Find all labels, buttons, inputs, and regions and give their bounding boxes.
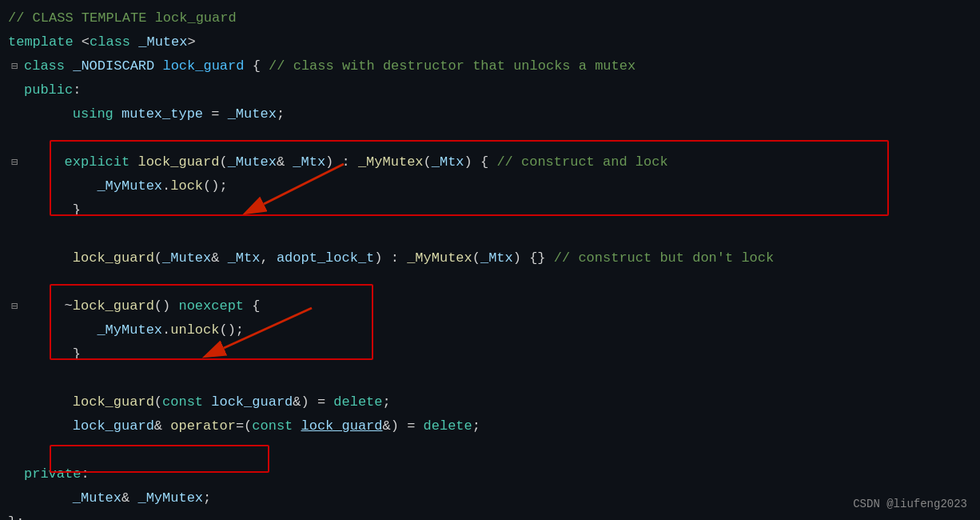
- code-line-11: lock_guard ( _Mutex & _Mtx , adopt_lock_…: [0, 246, 980, 270]
- code-line-14: _MyMutex . unlock ();: [0, 318, 980, 342]
- code-text: [40, 246, 73, 270]
- nodiscard: _NODISCARD: [73, 54, 154, 78]
- code-text: [40, 486, 73, 510]
- mymutex-unlock: _MyMutex: [97, 318, 162, 342]
- code-text: [129, 150, 137, 174]
- param-mtx3: _Mtx: [228, 246, 261, 270]
- param-mtx: _Mtx: [293, 150, 325, 174]
- mymutex-lock: _MyMutex: [97, 174, 162, 198]
- func-lockguard2: lock_guard: [73, 246, 154, 270]
- keyword-delete2: delete: [424, 414, 472, 438]
- code-text: (: [424, 150, 432, 174]
- code-line-4: public :: [0, 78, 980, 102]
- code-text: [40, 390, 73, 414]
- code-text: ();: [203, 174, 228, 198]
- fold-icon-7[interactable]: ⊟: [8, 150, 21, 174]
- code-text: [40, 174, 97, 198]
- code-line-3: ⊟ class _NODISCARD lock_guard { // class…: [0, 54, 980, 78]
- code-text: &: [154, 414, 170, 438]
- code-line-1: // CLASS TEMPLATE lock_guard: [0, 6, 980, 30]
- comment-11: // construct but don't lock: [554, 246, 774, 270]
- code-text: }: [40, 198, 81, 222]
- code-line-10: [0, 222, 980, 246]
- code-text: [154, 54, 162, 78]
- keyword-class: class: [90, 30, 130, 54]
- code-text: &) =: [293, 390, 333, 414]
- member-mymutex: _MyMutex: [137, 486, 203, 510]
- func-unlock: unlock: [170, 318, 219, 342]
- code-text: [293, 414, 301, 438]
- code-text: {: [244, 54, 269, 78]
- type-lockguard: lock_guard: [211, 390, 293, 414]
- code-text: ) :: [325, 150, 358, 174]
- code-text: [40, 150, 65, 174]
- keyword-private: private: [24, 462, 81, 486]
- classname: lock_guard: [162, 54, 244, 78]
- code-text: [130, 30, 138, 54]
- fold-icon-3[interactable]: ⊟: [8, 54, 21, 78]
- code-text: ) {: [464, 150, 497, 174]
- keyword-delete: delete: [333, 390, 382, 414]
- fold-icon-13[interactable]: ⊟: [8, 294, 21, 318]
- code-text: .: [162, 318, 170, 342]
- keyword-const: const: [162, 390, 203, 414]
- keyword-explicit: explicit: [65, 150, 130, 174]
- init-mymutex2: _MyMutex: [407, 246, 472, 270]
- comment-1: // CLASS TEMPLATE lock_guard: [8, 6, 237, 30]
- code-line-6: [0, 126, 980, 150]
- type-mutex: _Mutex: [138, 30, 187, 54]
- code-line-16: [0, 366, 980, 390]
- type-mutex2: _Mutex: [228, 102, 277, 126]
- code-line-9: }: [0, 198, 980, 222]
- code-text: &: [211, 246, 227, 270]
- watermark: CSDN @liufeng2023: [853, 498, 967, 510]
- code-line-19: [0, 438, 980, 462]
- code-text: (: [154, 246, 162, 270]
- adopt-lock: adopt_lock_t: [277, 246, 374, 270]
- code-text: [114, 102, 122, 126]
- code-text: [65, 54, 73, 78]
- code-text: .: [162, 174, 170, 198]
- code-text: [40, 414, 73, 438]
- code-text: };: [8, 510, 24, 520]
- code-tilde: ~: [65, 294, 73, 318]
- code-text: [40, 294, 65, 318]
- code-text: :: [73, 78, 81, 102]
- type-lockguard3: lock_guard: [301, 414, 383, 438]
- code-area: // CLASS TEMPLATE lock_guard template < …: [0, 0, 980, 520]
- code-text: }: [40, 342, 81, 366]
- code-text: (: [154, 390, 162, 414]
- code-container: // CLASS TEMPLATE lock_guard template < …: [0, 0, 980, 520]
- code-text: ,: [260, 246, 276, 270]
- code-text: {: [244, 294, 260, 318]
- func-destructor: lock_guard: [73, 294, 154, 318]
- code-text: (: [219, 150, 227, 174]
- keyword-public: public: [24, 78, 73, 102]
- code-line-7: ⊟ explicit lock_guard ( _Mutex & _Mtx ) …: [0, 150, 980, 174]
- comment-7: // construct and lock: [496, 150, 667, 174]
- code-text: [203, 390, 211, 414]
- code-text: :: [81, 462, 89, 486]
- code-text: ;: [277, 102, 285, 126]
- mutex-type: mutex_type: [122, 102, 203, 126]
- code-text: ;: [383, 390, 391, 414]
- comment-3: // class with destructor that unlocks a …: [269, 54, 635, 78]
- code-line-21: _Mutex & _MyMutex ;: [0, 486, 980, 510]
- type-lockguard2: lock_guard: [73, 414, 154, 438]
- func-lockguard: lock_guard: [137, 150, 219, 174]
- code-text: ;: [472, 414, 480, 438]
- code-text: &) =: [383, 414, 424, 438]
- func-lock: lock: [170, 174, 203, 198]
- code-text: [40, 318, 97, 342]
- code-text: ;: [203, 486, 211, 510]
- keyword-const2: const: [252, 414, 293, 438]
- code-line-2: template < class _Mutex >: [0, 30, 980, 54]
- code-line-17: lock_guard ( const lock_guard &) = delet…: [0, 390, 980, 414]
- code-text: >: [187, 30, 195, 54]
- param-mutex2: _Mutex: [162, 246, 211, 270]
- param-mutex: _Mutex: [228, 150, 277, 174]
- keyword-class2: class: [24, 54, 65, 78]
- code-line-15: }: [0, 342, 980, 366]
- code-line-18: lock_guard & operator =( const lock_guar…: [0, 414, 980, 438]
- code-line-22: };: [0, 510, 980, 520]
